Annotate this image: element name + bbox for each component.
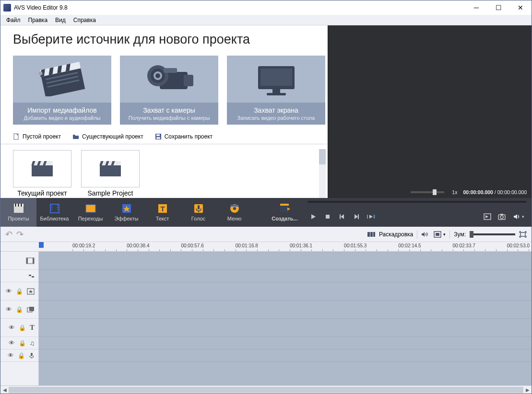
track-hdr-text[interactable]: 👁 🔒 T [0, 319, 38, 337]
svg-rect-45 [57, 207, 58, 208]
storyboard-button[interactable]: Раскадровка [379, 231, 413, 238]
svg-rect-59 [280, 204, 289, 206]
action-open-project[interactable]: Существующий проект [72, 133, 143, 140]
timeline-ruler[interactable]: 00:00:19.200:00:38.400:00:57.600:01:16.8… [0, 242, 532, 252]
tool-library[interactable]: Библиотека [36, 198, 72, 227]
track-hdr-effects[interactable]: 👁 🔒 [0, 282, 38, 301]
tool-transitions[interactable]: Переходы [72, 198, 108, 227]
track-hdr-video[interactable] [0, 252, 38, 270]
tool-library-label: Библиотека [40, 216, 69, 221]
speed-slider[interactable] [411, 191, 444, 193]
tool-menu[interactable]: Меню [216, 198, 252, 227]
eye-icon[interactable]: 👁 [8, 352, 14, 359]
svg-rect-41 [51, 205, 52, 206]
star-frame-icon [27, 288, 35, 295]
tool-projects[interactable]: Проекты [0, 198, 36, 227]
storyboard-icon [367, 231, 375, 238]
seek-bar[interactable] [303, 198, 532, 207]
time-sep: / [495, 189, 496, 195]
track-video[interactable] [39, 252, 532, 270]
card-camera-sub: Получить медиафайлы с камеры [123, 115, 215, 121]
track-voice[interactable] [39, 349, 532, 362]
menu-view[interactable]: Вид [51, 16, 70, 24]
play-range-button[interactable] [365, 211, 377, 222]
projects-icon [13, 203, 24, 214]
svg-rect-76 [26, 258, 28, 264]
minimize-button[interactable]: ─ [465, 0, 487, 15]
svg-point-15 [155, 73, 160, 78]
preview-panel: 1x 00:00:00.000 / 00:00:00.000 [328, 25, 532, 198]
preview-viewport[interactable] [328, 25, 532, 186]
track-hdr-voice[interactable]: 👁 🔒 [0, 349, 38, 362]
card-screen-title: Захват экрана [230, 106, 322, 114]
music-note-icon: ♫ [30, 339, 35, 347]
close-button[interactable]: ✕ [509, 0, 532, 15]
scroll-right-icon[interactable]: ▶ [523, 386, 532, 394]
volume-button[interactable]: ▾ [510, 211, 527, 222]
card-capture-screen[interactable]: Захват экрана Записать видео рабочего ст… [227, 56, 325, 125]
track-overlay[interactable] [39, 301, 532, 319]
track-effects[interactable] [39, 282, 532, 301]
menu-file[interactable]: Файл [2, 16, 24, 24]
svg-rect-63 [367, 215, 368, 219]
thumbs-scrollbar[interactable] [319, 149, 326, 198]
action-new-project[interactable]: Пустой проект [13, 133, 61, 140]
svg-rect-69 [367, 232, 370, 237]
svg-rect-61 [340, 214, 341, 219]
track-video-sub[interactable] [39, 270, 532, 282]
timeline-hscroll[interactable]: ◀ ▶ [0, 385, 532, 394]
card-capture-camera[interactable]: Захват с камеры Получить медиафайлы с ка… [120, 56, 218, 125]
fullscreen-button[interactable] [482, 211, 493, 222]
eye-icon[interactable]: 👁 [9, 324, 15, 331]
track-hdr-audio[interactable]: 👁 🔒 ♫ [0, 337, 38, 349]
redo-button[interactable]: ↷ [16, 229, 24, 240]
tracks-body[interactable] [39, 252, 532, 385]
thumb-current-label: Текущий проект [17, 187, 67, 197]
stop-button[interactable] [322, 211, 333, 222]
eye-icon[interactable]: 👁 [6, 306, 12, 313]
thumb-sample-label: Sample Project [88, 187, 133, 197]
eye-icon[interactable]: 👁 [9, 339, 15, 347]
track-hdr-video-sub[interactable] [0, 270, 38, 282]
preview-aspect-button[interactable]: ▾ [434, 231, 446, 238]
source-heading: Выберите источник для нового проекта [0, 25, 328, 51]
volume-envelope-button[interactable] [421, 231, 430, 238]
lock-icon[interactable]: 🔒 [19, 340, 26, 347]
menu-edit[interactable]: Правка [24, 16, 52, 24]
lock-icon[interactable]: 🔒 [16, 306, 23, 313]
menu-help[interactable]: Справка [70, 16, 100, 24]
track-text[interactable] [39, 319, 532, 337]
snapshot-button[interactable] [496, 211, 508, 222]
tool-text[interactable]: T Текст [144, 198, 180, 227]
undo-button[interactable]: ↶ [5, 229, 12, 240]
eye-icon[interactable]: 👁 [6, 288, 12, 295]
card-import-sub: Добавить видео и аудиофайлы [16, 115, 108, 121]
tool-effects-label: Эффекты [114, 216, 138, 221]
svg-rect-73 [436, 233, 439, 236]
thumb-sample-project[interactable]: Sample Project [81, 150, 140, 198]
title-bar: AVS Video Editor 9.8 ─ ☐ ✕ [0, 0, 532, 15]
lock-icon[interactable]: 🔒 [18, 352, 25, 359]
action-new-label: Пустой проект [23, 133, 61, 140]
scroll-left-icon[interactable]: ◀ [0, 386, 9, 394]
next-button[interactable] [351, 211, 362, 222]
maximize-button[interactable]: ☐ [487, 0, 509, 15]
tool-voice[interactable]: Голос [180, 198, 216, 227]
zoom-fit-button[interactable] [519, 231, 527, 238]
prev-button[interactable] [336, 211, 348, 222]
track-audio[interactable] [39, 337, 532, 349]
track-hdr-overlay[interactable]: 👁 🔒 [0, 301, 38, 319]
lock-icon[interactable]: 🔒 [16, 288, 23, 295]
zoom-slider[interactable] [470, 233, 515, 235]
svg-rect-43 [51, 209, 52, 210]
tool-effects[interactable]: Эффекты [108, 198, 144, 227]
thumb-current-project[interactable]: Текущий проект [13, 150, 71, 198]
time-total: 00:00:00.000 [497, 189, 527, 195]
tool-produce[interactable]: Создать... [267, 198, 303, 227]
card-import-media[interactable]: Импорт медиафайлов Добавить видео и ауди… [13, 56, 111, 125]
play-button[interactable] [307, 211, 319, 222]
action-save-project[interactable]: Сохранить проект [155, 133, 213, 140]
svg-rect-20 [267, 93, 286, 95]
lock-icon[interactable]: 🔒 [19, 324, 26, 331]
svg-rect-70 [370, 232, 373, 237]
